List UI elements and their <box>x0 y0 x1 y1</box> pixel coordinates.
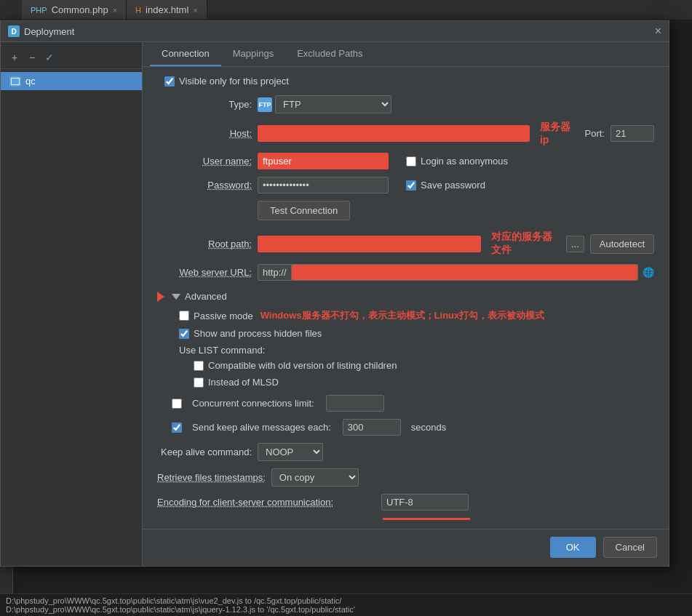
test-connection-button[interactable]: Test Connection <box>258 201 350 220</box>
autodetect-button[interactable]: Autodetect <box>590 234 654 254</box>
password-label: Password: <box>157 180 252 191</box>
encoding-input[interactable] <box>381 494 469 511</box>
tab-index-html[interactable]: H index.html × <box>127 0 207 20</box>
advanced-label: Advanced <box>185 291 227 302</box>
seconds-label: seconds <box>411 422 446 433</box>
editor-tabs: PHP Common.php × H index.html × <box>0 0 692 20</box>
type-select[interactable]: FTP SFTP FTPS <box>275 95 391 113</box>
visible-only-checkbox[interactable] <box>164 76 175 87</box>
web-url-label: Web server URL: <box>157 267 252 278</box>
advanced-triangle <box>172 294 180 300</box>
tab-index-html-close[interactable]: × <box>193 6 197 15</box>
server-item-qc[interactable]: qc <box>1 72 142 90</box>
concurrent-row: Concurrent connections limit: <box>157 395 654 412</box>
dialog-left-panel: + − ✓ qc <box>1 42 143 566</box>
save-pwd-label: Save password <box>421 180 485 191</box>
php-icon: PHP <box>31 6 47 15</box>
tab-common-php-close[interactable]: × <box>113 6 117 15</box>
root-path-input[interactable] <box>258 236 481 252</box>
tab-index-html-label: index.html <box>146 4 188 15</box>
keepalive-cmd-label: Keep alive command: <box>157 447 252 457</box>
web-url-wrapper: http:// <box>258 264 638 281</box>
password-input[interactable] <box>258 177 389 193</box>
concurrent-input[interactable] <box>326 395 384 412</box>
host-label: Host: <box>157 128 252 139</box>
compatible-checkbox[interactable] <box>194 361 204 371</box>
encoding-label: Encoding for client-server communication… <box>157 497 375 508</box>
keepalive-cmd-row: Keep alive command: NOOP PWD <box>157 443 654 461</box>
timestamps-select[interactable]: On copy Always Never <box>271 468 359 487</box>
server-name: qc <box>25 76 36 87</box>
timestamps-row: Retrieve files timestamps: On copy Alway… <box>157 468 654 487</box>
use-list-row: Use LIST command: <box>157 345 654 356</box>
cancel-button[interactable]: Cancel <box>603 537 657 558</box>
test-connection-row: Test Connection <box>258 201 654 220</box>
save-pwd-row: Save password <box>406 180 485 191</box>
connection-content: Visible only for this project Type: FTP … <box>143 67 669 529</box>
host-annotation: 服务器ip <box>540 121 579 145</box>
passive-mode-checkbox[interactable] <box>179 311 189 321</box>
tab-common-php-label: Common.php <box>52 4 108 15</box>
web-url-input[interactable] <box>292 265 637 280</box>
username-input[interactable] <box>258 153 389 169</box>
keepalive-checkbox[interactable] <box>172 423 182 433</box>
remove-server-button[interactable]: − <box>24 49 40 65</box>
type-select-wrapper: FTP FTP SFTP FTPS <box>258 95 391 113</box>
concurrent-checkbox[interactable] <box>172 399 182 409</box>
tab-mappings[interactable]: Mappings <box>221 42 285 66</box>
keepalive-label: Send keep alive messages each: <box>192 422 331 433</box>
show-hidden-checkbox[interactable] <box>179 329 189 339</box>
tab-connection[interactable]: Connection <box>150 42 221 66</box>
status-text-1: D:\phpstudy_pro\WWW\qc.5gxt.top\public\s… <box>6 596 686 605</box>
dialog-footer: OK Cancel <box>143 529 669 565</box>
login-anon-checkbox[interactable] <box>406 156 416 167</box>
username-label: User name: <box>157 156 252 167</box>
root-annotation: 对应的服务器文件 <box>491 231 560 257</box>
ok-button[interactable]: OK <box>550 537 596 558</box>
port-label: Port: <box>585 128 605 139</box>
deployment-icon: D <box>8 25 20 37</box>
port-input[interactable] <box>611 125 654 142</box>
status-bar: D:\phpstudy_pro\WWW\qc.5gxt.top\public\s… <box>0 593 692 616</box>
concurrent-label: Concurrent connections limit: <box>192 398 314 409</box>
visible-only-label: Visible only for this project <box>179 76 289 87</box>
type-label: Type: <box>157 99 252 110</box>
status-text-2: D:\phpstudy_pro\WWW\qc.5gxt.top\public\s… <box>6 605 686 614</box>
visible-only-row: Visible only for this project <box>157 76 654 87</box>
check-server-button[interactable]: ✓ <box>41 49 57 65</box>
keepalive-cmd-select[interactable]: NOOP PWD <box>258 443 323 461</box>
compatible-label: Compatible with old version of listing c… <box>208 360 397 371</box>
use-list-label: Use LIST command: <box>179 345 265 356</box>
anon-row: Login as anonymous <box>406 156 508 167</box>
root-path-label: Root path: <box>157 239 252 249</box>
advanced-header[interactable]: Advanced <box>157 291 654 302</box>
server-icon <box>9 76 21 87</box>
anon-label: Login as anonymous <box>421 156 508 167</box>
host-row: Host: 服务器ip Port: <box>157 121 654 145</box>
dialog-title-text: Deployment <box>24 26 74 37</box>
timestamps-label: Retrieve files timestamps: <box>157 472 266 483</box>
instead-mlsd-label: Instead of MLSD <box>208 377 279 388</box>
server-toolbar: + − ✓ <box>1 47 142 69</box>
html-icon: H <box>135 6 141 15</box>
keepalive-row: Send keep alive messages each: seconds <box>157 419 654 436</box>
dialog-close-button[interactable]: × <box>655 25 661 37</box>
add-server-button[interactable]: + <box>7 49 23 65</box>
save-pwd-checkbox[interactable] <box>406 180 416 191</box>
encoding-row: Encoding for client-server communication… <box>157 494 654 511</box>
browse-button[interactable]: ... <box>566 236 584 252</box>
dialog-titlebar: D Deployment × <box>1 21 669 42</box>
keepalive-input[interactable] <box>343 419 401 436</box>
passive-mode-label: Passive mode <box>194 311 253 321</box>
type-row: Type: FTP FTP SFTP FTPS <box>157 95 654 113</box>
ftp-icon: FTP <box>258 97 272 112</box>
password-row: Password: Save password <box>157 177 654 193</box>
web-url-row: Web server URL: http:// 🌐 <box>157 264 654 281</box>
tab-excluded-paths[interactable]: Excluded Paths <box>285 42 374 66</box>
instead-mlsd-checkbox[interactable] <box>194 377 204 388</box>
deployment-dialog: D Deployment × + − ✓ qc <box>0 20 669 567</box>
show-hidden-label: Show and process hidden files <box>194 328 322 339</box>
host-input[interactable] <box>258 125 530 142</box>
username-row: User name: Login as anonymous <box>157 153 654 169</box>
tab-common-php[interactable]: PHP Common.php × <box>22 0 127 20</box>
